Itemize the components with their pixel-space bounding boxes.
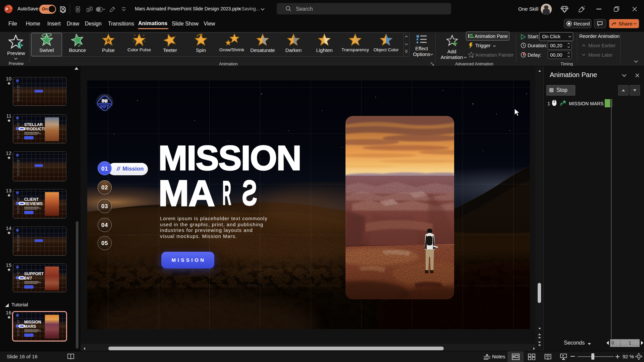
svg-text:P: P xyxy=(6,7,8,12)
svg-text:PPT: PPT xyxy=(100,104,109,110)
svg-text:INI: INI xyxy=(102,98,108,104)
